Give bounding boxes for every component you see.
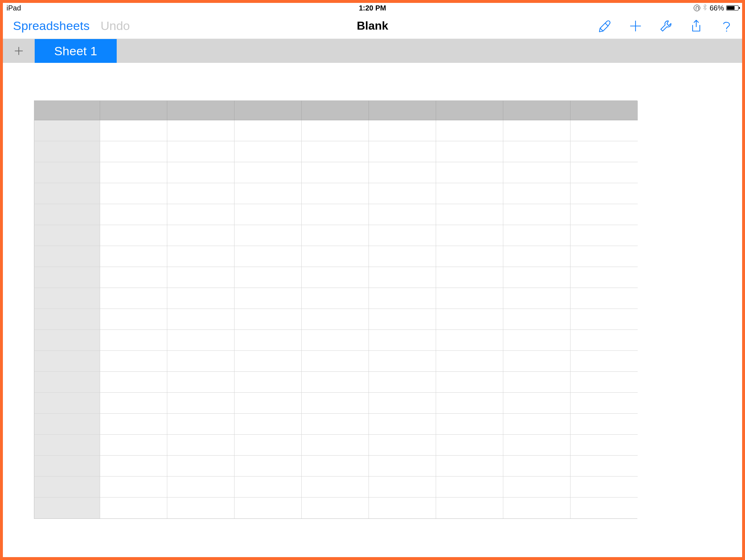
- cell[interactable]: [436, 330, 503, 351]
- cell[interactable]: [503, 204, 570, 225]
- row-header[interactable]: [34, 477, 100, 497]
- cell[interactable]: [436, 246, 503, 267]
- cell[interactable]: [436, 141, 503, 162]
- cell[interactable]: [234, 414, 302, 435]
- row-header[interactable]: [34, 225, 100, 246]
- cell[interactable]: [167, 414, 234, 435]
- cell[interactable]: [234, 204, 302, 225]
- cell[interactable]: [369, 393, 436, 414]
- grid-corner-cell[interactable]: [34, 101, 100, 120]
- cell[interactable]: [100, 141, 167, 162]
- cell[interactable]: [503, 393, 570, 414]
- cell[interactable]: [503, 288, 570, 309]
- cell[interactable]: [167, 267, 234, 288]
- cell[interactable]: [234, 141, 302, 162]
- cell[interactable]: [369, 183, 436, 204]
- cell[interactable]: [570, 183, 638, 204]
- help-icon[interactable]: [719, 18, 734, 34]
- column-header[interactable]: [503, 101, 570, 120]
- cell[interactable]: [167, 393, 234, 414]
- cell[interactable]: [234, 288, 302, 309]
- cell[interactable]: [369, 141, 436, 162]
- cell[interactable]: [302, 288, 369, 309]
- cell[interactable]: [570, 435, 638, 456]
- cell[interactable]: [167, 120, 234, 141]
- cell[interactable]: [167, 435, 234, 456]
- cell[interactable]: [302, 120, 369, 141]
- cell[interactable]: [100, 225, 167, 246]
- cell[interactable]: [167, 225, 234, 246]
- cell[interactable]: [570, 141, 638, 162]
- cell[interactable]: [503, 309, 570, 330]
- cell[interactable]: [503, 497, 570, 518]
- cell[interactable]: [302, 162, 369, 183]
- row-header[interactable]: [34, 393, 100, 414]
- cell[interactable]: [302, 267, 369, 288]
- wrench-icon[interactable]: [658, 18, 673, 34]
- cell[interactable]: [570, 162, 638, 183]
- row-header[interactable]: [34, 456, 100, 477]
- share-icon[interactable]: [689, 18, 704, 34]
- cell[interactable]: [570, 120, 638, 141]
- cell[interactable]: [234, 309, 302, 330]
- cell[interactable]: [167, 162, 234, 183]
- cell[interactable]: [503, 246, 570, 267]
- cell[interactable]: [167, 309, 234, 330]
- row-header[interactable]: [34, 120, 100, 141]
- cell[interactable]: [436, 372, 503, 393]
- column-header[interactable]: [436, 101, 503, 120]
- cell[interactable]: [570, 288, 638, 309]
- row-header[interactable]: [34, 414, 100, 435]
- cell[interactable]: [167, 204, 234, 225]
- cell[interactable]: [369, 456, 436, 477]
- cell[interactable]: [436, 351, 503, 372]
- cell[interactable]: [570, 477, 638, 497]
- cell[interactable]: [100, 330, 167, 351]
- cell[interactable]: [234, 183, 302, 204]
- cell[interactable]: [436, 414, 503, 435]
- cell[interactable]: [570, 372, 638, 393]
- cell[interactable]: [369, 477, 436, 497]
- cell[interactable]: [100, 456, 167, 477]
- row-header[interactable]: [34, 309, 100, 330]
- cell[interactable]: [302, 456, 369, 477]
- cell[interactable]: [369, 414, 436, 435]
- cell[interactable]: [436, 225, 503, 246]
- cell[interactable]: [234, 330, 302, 351]
- row-header[interactable]: [34, 183, 100, 204]
- column-header[interactable]: [369, 101, 436, 120]
- cell[interactable]: [570, 351, 638, 372]
- cell[interactable]: [436, 393, 503, 414]
- cell[interactable]: [100, 246, 167, 267]
- cell[interactable]: [369, 162, 436, 183]
- cell[interactable]: [234, 246, 302, 267]
- cell[interactable]: [503, 456, 570, 477]
- cell[interactable]: [503, 141, 570, 162]
- cell[interactable]: [100, 414, 167, 435]
- cell[interactable]: [234, 372, 302, 393]
- cell[interactable]: [302, 372, 369, 393]
- plus-icon[interactable]: [628, 18, 643, 34]
- column-header[interactable]: [570, 101, 638, 120]
- cell[interactable]: [302, 141, 369, 162]
- cell[interactable]: [503, 267, 570, 288]
- row-header[interactable]: [34, 162, 100, 183]
- cell[interactable]: [167, 330, 234, 351]
- cell[interactable]: [436, 267, 503, 288]
- cell[interactable]: [503, 477, 570, 497]
- cell[interactable]: [570, 204, 638, 225]
- cell[interactable]: [369, 351, 436, 372]
- row-header[interactable]: [34, 204, 100, 225]
- row-header[interactable]: [34, 351, 100, 372]
- cell[interactable]: [369, 246, 436, 267]
- cell[interactable]: [100, 497, 167, 518]
- cell[interactable]: [100, 288, 167, 309]
- cell[interactable]: [302, 183, 369, 204]
- cell[interactable]: [100, 393, 167, 414]
- cell[interactable]: [570, 414, 638, 435]
- cell[interactable]: [369, 204, 436, 225]
- cell[interactable]: [234, 225, 302, 246]
- cell[interactable]: [100, 477, 167, 497]
- cell[interactable]: [436, 183, 503, 204]
- cell[interactable]: [302, 204, 369, 225]
